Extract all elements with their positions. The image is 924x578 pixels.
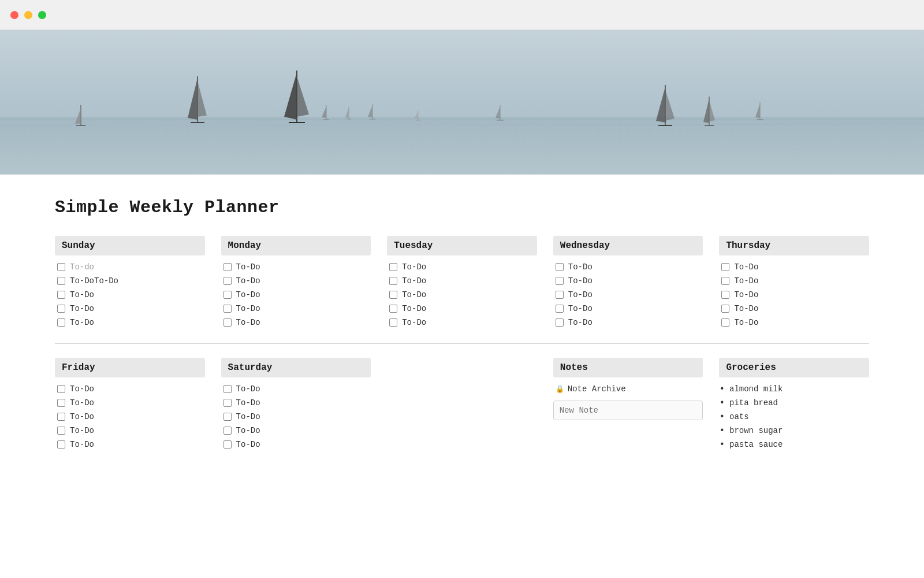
- list-item: To-Do: [221, 274, 371, 288]
- checkbox[interactable]: [57, 291, 65, 299]
- sunday-column: Sunday To-do To-DoTo-Do To-Do To-Do To-D…: [55, 236, 205, 329]
- wednesday-column: Wednesday To-Do To-Do To-Do To-Do To-Do: [553, 236, 703, 329]
- checkbox[interactable]: [389, 277, 397, 285]
- todo-text: To-Do: [734, 262, 758, 272]
- list-item: • oats: [719, 410, 869, 424]
- todo-text: To-Do: [70, 412, 94, 421]
- saturday-column: Saturday To-Do To-Do To-Do To-Do To-Do: [221, 358, 371, 451]
- bottom-row: Friday To-Do To-Do To-Do To-Do To-Do: [55, 358, 869, 451]
- list-item: To-Do: [221, 302, 371, 316]
- checkbox[interactable]: [556, 291, 564, 299]
- grocery-text: oats: [729, 412, 749, 421]
- list-item: To-Do: [221, 424, 371, 438]
- list-item: To-Do: [387, 288, 537, 302]
- todo-text: To-Do: [402, 318, 426, 327]
- checkbox[interactable]: [57, 305, 65, 313]
- grocery-text: brown sugar: [729, 426, 783, 435]
- checkbox[interactable]: [721, 263, 729, 271]
- checkbox[interactable]: [57, 318, 65, 327]
- checkbox[interactable]: [57, 440, 65, 449]
- todo-text: To-Do: [236, 398, 260, 407]
- note-archive-item[interactable]: 🔒 Note Archive: [553, 382, 703, 396]
- checkbox[interactable]: [57, 427, 65, 435]
- todo-text: To-Do: [568, 290, 593, 299]
- checkbox[interactable]: [57, 263, 65, 271]
- checkbox[interactable]: [223, 305, 232, 313]
- todo-text: To-Do: [236, 304, 260, 313]
- checkbox[interactable]: [57, 413, 65, 421]
- titlebar: [0, 0, 924, 30]
- checkbox[interactable]: [721, 277, 729, 285]
- notes-section: Notes 🔒 Note Archive: [553, 358, 703, 451]
- checkbox[interactable]: [556, 318, 564, 327]
- list-item: To-Do: [221, 260, 371, 274]
- list-item: To-Do: [553, 288, 703, 302]
- bullet-icon: •: [719, 384, 725, 394]
- list-item: To-Do: [221, 410, 371, 424]
- friday-header: Friday: [55, 358, 205, 377]
- list-item: To-DoTo-Do: [55, 274, 205, 288]
- checkbox[interactable]: [223, 399, 232, 407]
- todo-text: To-Do: [568, 262, 593, 272]
- checkbox[interactable]: [223, 263, 232, 271]
- checkbox[interactable]: [721, 318, 729, 327]
- sunday-header: Sunday: [55, 236, 205, 255]
- todo-text: To-Do: [70, 426, 94, 435]
- list-item: To-Do: [553, 274, 703, 288]
- checkbox[interactable]: [57, 277, 65, 285]
- checkbox[interactable]: [556, 277, 564, 285]
- todo-text: To-Do: [734, 318, 758, 327]
- list-item: To-Do: [553, 316, 703, 329]
- todo-text: To-Do: [734, 304, 758, 313]
- list-item: To-Do: [55, 382, 205, 396]
- checkbox[interactable]: [223, 318, 232, 327]
- minimize-button[interactable]: [24, 11, 32, 19]
- checkbox[interactable]: [556, 263, 564, 271]
- todo-text: To-Do: [70, 384, 94, 394]
- checkbox[interactable]: [57, 399, 65, 407]
- monday-column: Monday To-Do To-Do To-Do To-Do To-Do: [221, 236, 371, 329]
- checkbox[interactable]: [223, 385, 232, 393]
- list-item: To-Do: [553, 302, 703, 316]
- checkbox[interactable]: [389, 291, 397, 299]
- checkbox[interactable]: [223, 440, 232, 449]
- list-item: To-Do: [55, 410, 205, 424]
- checkbox[interactable]: [721, 305, 729, 313]
- checkbox[interactable]: [721, 291, 729, 299]
- todo-text: To-DoTo-Do: [70, 276, 118, 286]
- list-item: • almond milk: [719, 382, 869, 396]
- list-item: To-Do: [553, 260, 703, 274]
- bullet-icon: •: [719, 439, 725, 450]
- checkbox[interactable]: [223, 427, 232, 435]
- list-item: To-Do: [719, 274, 869, 288]
- todo-text: To-Do: [236, 262, 260, 272]
- list-item: To-Do: [719, 288, 869, 302]
- friday-column: Friday To-Do To-Do To-Do To-Do To-Do: [55, 358, 205, 451]
- checkbox[interactable]: [389, 318, 397, 327]
- checkbox[interactable]: [223, 413, 232, 421]
- todo-text: To-Do: [236, 276, 260, 286]
- checkbox[interactable]: [223, 277, 232, 285]
- todo-text: To-Do: [70, 398, 94, 407]
- groceries-header: Groceries: [719, 358, 869, 377]
- todo-text: To-Do: [236, 384, 260, 394]
- checkbox[interactable]: [389, 263, 397, 271]
- tuesday-column: Tuesday To-Do To-Do To-Do To-Do To-Do: [387, 236, 537, 329]
- checkbox[interactable]: [389, 305, 397, 313]
- list-item: To-Do: [55, 316, 205, 329]
- checkbox[interactable]: [57, 385, 65, 393]
- close-button[interactable]: [10, 11, 18, 19]
- maximize-button[interactable]: [38, 11, 46, 19]
- list-item: To-Do: [387, 260, 537, 274]
- bullet-icon: •: [719, 412, 725, 422]
- list-item: To-Do: [221, 316, 371, 329]
- todo-text: To-Do: [236, 318, 260, 327]
- todo-text: To-Do: [402, 290, 426, 299]
- todo-text: To-Do: [236, 426, 260, 435]
- new-note-input[interactable]: [553, 401, 703, 420]
- grocery-text: almond milk: [729, 384, 783, 394]
- list-item: To-Do: [221, 288, 371, 302]
- checkbox[interactable]: [556, 305, 564, 313]
- thursday-column: Thursday To-Do To-Do To-Do To-Do To-Do: [719, 236, 869, 329]
- checkbox[interactable]: [223, 291, 232, 299]
